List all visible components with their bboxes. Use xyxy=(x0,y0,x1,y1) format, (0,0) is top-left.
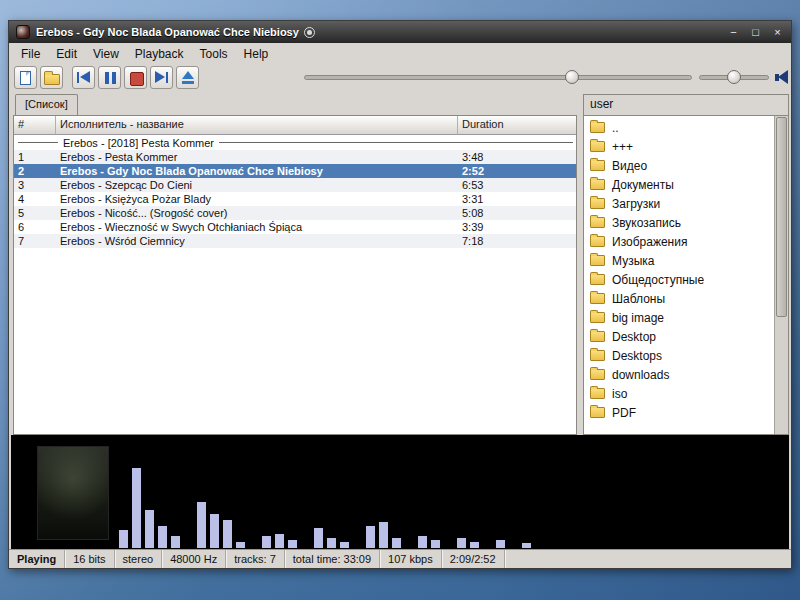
track-title: Erebos - Gdy Noc Blada Opanować Chce Nie… xyxy=(56,165,458,177)
minimize-button[interactable]: − xyxy=(727,25,740,39)
folder-item[interactable]: Документы xyxy=(584,175,774,194)
seek-slider[interactable] xyxy=(304,67,692,87)
track-duration: 3:48 xyxy=(458,151,576,163)
volume-slider-thumb[interactable] xyxy=(727,70,741,84)
playlist-row[interactable]: 6Erebos - Wieczność w Swych Otchłaniach … xyxy=(14,220,576,234)
column-header-duration[interactable]: Duration xyxy=(458,116,576,135)
volume-slider[interactable] xyxy=(699,67,769,87)
spectrum-bar xyxy=(262,536,271,548)
menu-item-file[interactable]: File xyxy=(13,45,48,63)
folder-item[interactable]: Desktops xyxy=(584,346,774,365)
group-title: Erebos - [2018] Pesta Kommer xyxy=(58,137,219,149)
folder-icon xyxy=(590,369,605,380)
folder-icon xyxy=(590,255,605,266)
folder-icon xyxy=(590,350,605,361)
folder-icon-lg xyxy=(44,74,60,85)
track-number: 6 xyxy=(14,221,56,233)
playlist-row[interactable]: 5Erebos - Nicość... (Srogość cover)5:08 xyxy=(14,206,576,220)
track-title: Erebos - Księżyca Pożar Blady xyxy=(56,193,458,205)
status-segment: 48000 Hz xyxy=(162,550,226,568)
spectrum-bar xyxy=(418,536,427,548)
folder-item[interactable]: downloads xyxy=(584,365,774,384)
playlist-tab[interactable]: [Список] xyxy=(15,94,78,115)
folder-item[interactable]: Изображения xyxy=(584,232,774,251)
folder-item[interactable]: Desktop xyxy=(584,327,774,346)
speaker-icon xyxy=(775,70,791,85)
folder-item[interactable]: Видео xyxy=(584,156,774,175)
folder-item[interactable]: .. xyxy=(584,118,774,137)
column-header-title[interactable]: Исполнитель - название xyxy=(56,116,458,135)
folder-item[interactable]: iso xyxy=(584,384,774,403)
playlist-header: # Исполнитель - название Duration xyxy=(14,116,576,135)
folder-name: Документы xyxy=(612,178,674,192)
menu-item-help[interactable]: Help xyxy=(236,45,277,63)
eject-button[interactable] xyxy=(176,66,199,89)
previous-button[interactable] xyxy=(72,66,95,89)
folder-item[interactable]: PDF xyxy=(584,403,774,422)
spectrum-bar xyxy=(119,530,128,548)
spectrum-bar xyxy=(145,510,154,548)
open-files-button[interactable] xyxy=(14,66,37,89)
spectrum-bar xyxy=(223,520,232,548)
spectrum-bar xyxy=(288,540,297,548)
file-browser-body: ..+++ВидеоДокументыЗагрузкиЗвукозаписьИз… xyxy=(584,115,788,434)
file-browser-scrollbar[interactable] xyxy=(774,116,788,434)
maximize-button[interactable]: □ xyxy=(749,25,762,39)
stop-button[interactable] xyxy=(124,66,147,89)
folder-icon xyxy=(590,141,605,152)
folder-name: Музыка xyxy=(612,254,654,268)
next-icon xyxy=(154,71,170,85)
track-duration: 7:18 xyxy=(458,235,576,247)
playlist-row[interactable]: 1Erebos - Pesta Kommer3:48 xyxy=(14,150,576,164)
track-title: Erebos - Nicość... (Srogość cover) xyxy=(56,207,458,219)
spectrum-bar xyxy=(158,526,167,548)
menu-item-view[interactable]: View xyxy=(85,45,127,63)
status-segment: total time: 33:09 xyxy=(285,550,380,568)
close-button[interactable]: × xyxy=(771,25,784,39)
folder-name: .. xyxy=(612,121,619,135)
column-header-number[interactable]: # xyxy=(14,116,56,135)
scrollbar-thumb[interactable] xyxy=(776,117,787,317)
track-number: 7 xyxy=(14,235,56,247)
status-segment: Playing xyxy=(9,550,65,568)
seek-slider-thumb[interactable] xyxy=(565,70,579,84)
track-duration: 6:53 xyxy=(458,179,576,191)
folder-item[interactable]: Музыка xyxy=(584,251,774,270)
group-line xyxy=(18,142,58,143)
pause-button[interactable] xyxy=(98,66,121,89)
folder-item[interactable]: Загрузки xyxy=(584,194,774,213)
folder-name: +++ xyxy=(612,140,633,154)
toolbar-buttons xyxy=(14,66,202,89)
playlist-row[interactable]: 2Erebos - Gdy Noc Blada Opanować Chce Ni… xyxy=(14,164,576,178)
seek-slider-track[interactable] xyxy=(304,75,692,80)
folder-item[interactable]: +++ xyxy=(584,137,774,156)
folder-item[interactable]: Общедоступные xyxy=(584,270,774,289)
window-title: Erebos - Gdy Noc Blada Opanować Chce Nie… xyxy=(36,26,299,38)
status-segment: 16 bits xyxy=(65,550,114,568)
status-segment: tracks: 7 xyxy=(226,550,285,568)
folder-icon xyxy=(590,160,605,171)
track-title: Erebos - Wieczność w Swych Otchłaniach Ś… xyxy=(56,221,458,233)
playlist-row[interactable]: 4Erebos - Księżyca Pożar Blady3:31 xyxy=(14,192,576,206)
menu-item-tools[interactable]: Tools xyxy=(192,45,236,63)
playlist-row[interactable]: 7Erebos - Wśród Ciemnicy7:18 xyxy=(14,234,576,248)
spectrum-bar xyxy=(431,540,440,548)
player-window: Erebos - Gdy Noc Blada Opanować Chce Nie… xyxy=(8,20,792,569)
folder-item[interactable]: big image xyxy=(584,308,774,327)
menu-item-edit[interactable]: Edit xyxy=(48,45,85,63)
visualization-panel xyxy=(11,435,789,551)
pause-icon xyxy=(102,71,118,85)
folder-name: iso xyxy=(612,387,627,401)
folder-icon xyxy=(590,217,605,228)
folder-item[interactable]: Звукозапись xyxy=(584,213,774,232)
next-button[interactable] xyxy=(150,66,173,89)
playlist-row[interactable]: 3Erebos - Szepcąc Do Cieni6:53 xyxy=(14,178,576,192)
spectrum-bar xyxy=(171,536,180,548)
stop-icon xyxy=(128,71,144,85)
add-folder-button[interactable] xyxy=(40,66,63,89)
folder-item[interactable]: Шаблоны xyxy=(584,289,774,308)
menu-item-playback[interactable]: Playback xyxy=(127,45,192,63)
titlebar[interactable]: Erebos - Gdy Noc Blada Opanować Chce Nie… xyxy=(9,21,791,43)
folder-name: Шаблоны xyxy=(612,292,665,306)
file-browser-root[interactable]: user xyxy=(584,95,788,115)
